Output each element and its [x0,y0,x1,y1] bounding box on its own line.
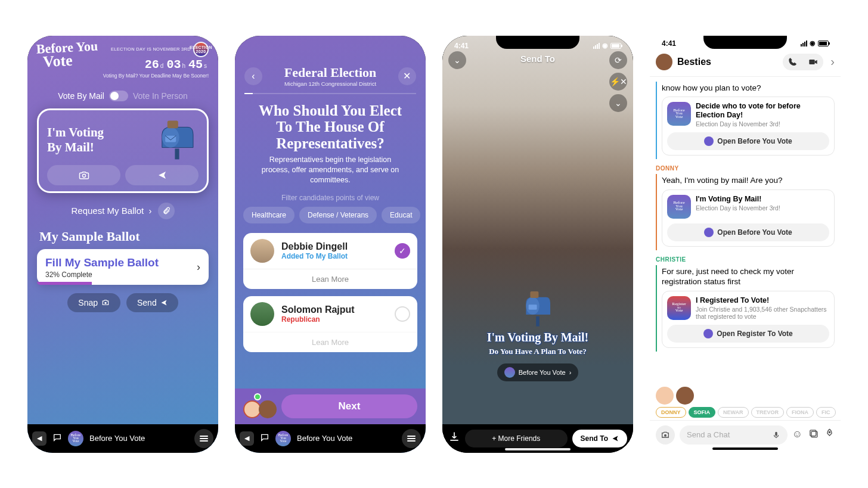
candidate-card[interactable]: Solomon Rajput Republican Lean More [243,296,417,352]
countdown-timer: 26d 03h 45s [103,58,209,72]
menu-button[interactable] [194,429,213,448]
next-button[interactable]: Next [281,394,417,418]
chat-icon[interactable] [260,433,269,445]
svg-point-15 [829,431,830,433]
back-button[interactable]: ◀ [32,431,46,446]
rocket-icon[interactable] [824,428,835,442]
toggle-vote-in-person-label: Vote In Person [133,91,188,101]
chip-healthcare[interactable]: Healthcare [243,207,294,223]
friend-chip[interactable]: FIC [816,407,836,418]
election-2020-badge: ELECTION2020 [193,42,209,57]
phone-federal-election: ‹ Federal Election Michigan 12th Congres… [235,36,426,453]
byv-attribution-pill[interactable]: Before You Vote › [497,363,579,381]
candidate-unselected-icon[interactable] [395,306,410,322]
input-placeholder: Send a Chat [687,430,730,439]
phone-notch [496,36,579,49]
friend-chip[interactable]: FIONA [786,407,814,418]
vote-method-toggle[interactable] [109,91,128,101]
learn-more-button[interactable]: Lean More [243,269,417,289]
video-button[interactable] [803,54,823,70]
open-byv-button[interactable]: Open Before You Vote [667,223,829,241]
request-ballot-link[interactable]: Request My Ballot › [71,206,151,216]
svg-rect-3 [168,120,178,128]
friends-bitmoji [243,394,277,418]
wifi-icon: ◉ [602,42,608,49]
chevron-right-icon[interactable]: › [830,55,835,69]
snap-camera-button[interactable] [47,165,120,185]
camera-button[interactable] [656,425,675,445]
group-avatar[interactable] [656,54,672,70]
camera-icon [101,299,110,307]
flash-off-icon[interactable]: ⚡✕ [609,73,627,91]
learn-more-button[interactable]: Lean More [243,332,417,352]
phone-before-you-vote-home: Before You Vote ELECTION DAY IS NOVEMBER… [27,36,218,453]
back-button[interactable]: ‹ [244,67,262,85]
send-icon [160,299,168,306]
snap-sticker: I'm Voting By Mail! Do You Have A Plan T… [442,290,633,381]
send-arrow-button[interactable] [125,165,199,185]
card-subtitle: Join Christie and 1,903,546 other Snapch… [696,306,829,320]
open-icon [703,329,713,338]
mail-card-line2: By Mail! [47,140,104,154]
role-description: Representatives begin the legislation pr… [235,155,426,185]
gallery-icon[interactable] [808,428,819,442]
page-subtitle: Michigan 12th Congressional District [284,80,377,87]
chevron-down-button[interactable]: ⌄ [448,51,466,69]
open-byv-button[interactable]: Open Before You Vote [667,132,829,150]
byv-attachment-card[interactable]: BeforeYouVote Decide who to vote for bef… [662,97,835,156]
close-button[interactable]: ✕ [398,67,416,85]
progress-bar [37,282,92,285]
fill-ballot-percent: 32% Complete [45,271,200,279]
typing-avatars [650,384,841,407]
download-button[interactable] [448,431,460,446]
candidate-name: Solomon Rajput [281,304,355,315]
chat-input[interactable]: Send a Chat [680,425,788,445]
bitmoji-avatar [676,387,694,405]
card-title: Decide who to vote for before Election D… [696,102,829,120]
attachment-icon[interactable] [158,203,175,219]
expand-icon[interactable]: ⌄ [609,94,627,112]
friend-chip[interactable]: SOFIA [689,407,716,418]
emoji-icon[interactable]: ☺ [792,428,802,442]
filter-label: Filter candidates points of view [235,185,426,207]
friend-chip[interactable]: DONNY [656,407,686,418]
logo-line2: Vote [42,52,98,69]
fill-sample-ballot-card[interactable]: Fill My Sample Ballot 32% Complete › [37,249,209,285]
card-title: I'm Voting By Mail! [696,195,780,204]
phone-send-snap: 4:41 ◉ ⌄ ⟳ ⚡✕ ⌄ Send To [442,36,633,453]
byv-pill-icon [504,367,515,378]
chip-defense[interactable]: Defense / Veterans [299,207,377,223]
chat-icon[interactable] [52,433,62,445]
friend-chip[interactable]: TREVOR [751,407,785,418]
svg-rect-9 [530,291,538,297]
byv-attachment-card[interactable]: BeforeYouVote I'm Voting By Mail! Electi… [662,189,835,247]
call-button[interactable] [783,54,803,70]
register-vote-card[interactable]: RegistertoVote I Registered To Vote! Joi… [662,291,835,348]
send-to-button[interactable]: Send To [572,430,627,447]
card-title: I Registered To Vote! [696,296,829,305]
back-button[interactable]: ◀ [240,431,254,446]
open-register-button[interactable]: Open Register To Vote [667,325,829,343]
send-button[interactable]: Send [126,293,178,312]
candidate-card[interactable]: Debbie Dingell Added To My Ballot ✓ Lean… [243,233,417,289]
candidate-party: Republican [281,315,355,324]
chip-education[interactable]: Educat [382,207,420,223]
filter-chips: Healthcare Defense / Veterans Educat [235,207,426,229]
byv-card-icon: BeforeYouVote [667,195,691,219]
open-icon [704,228,714,237]
snap-button[interactable]: Snap [67,293,120,312]
toggle-vote-by-mail-label: Vote By Mail [58,91,104,101]
chat-title[interactable]: Besties [677,57,711,67]
svg-rect-6 [536,316,540,326]
menu-button[interactable] [402,429,421,448]
status-time: 4:41 [662,39,676,48]
signal-icon [801,41,807,46]
crop-icon[interactable]: ⟳ [609,51,627,69]
more-friends-button[interactable]: + More Friends [465,430,568,447]
friend-chip[interactable]: NEWAR [718,407,749,418]
candidate-selected-icon[interactable]: ✓ [395,243,410,259]
mic-icon[interactable] [772,431,780,439]
phone-notch [703,36,787,49]
voting-by-mail-card[interactable]: I'm Voting By Mail! [37,108,209,193]
deadline-warning: Voting By Mail? Your Deadline May Be Soo… [103,73,209,79]
